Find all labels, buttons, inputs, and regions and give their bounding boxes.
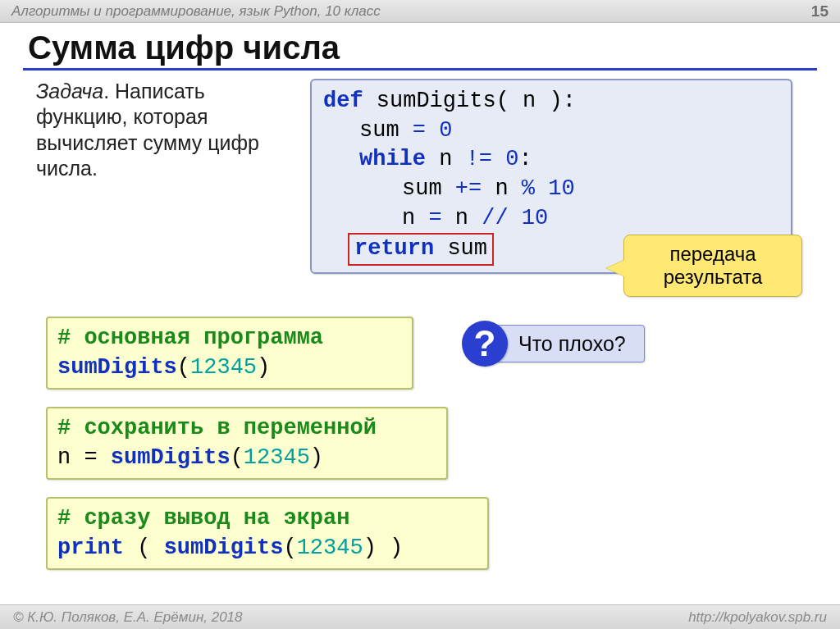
yb1-comment: # основная программа [57,323,402,353]
yb2-pre: n = [57,445,111,470]
c4a: sum [402,176,442,201]
yb3-n: 12345 [297,536,363,560]
c4b: += [455,176,482,201]
question-mark-icon: ? [462,321,508,367]
code-sig: sumDigits( n ): [363,89,576,113]
copyright: © К.Ю. Поляков, Е.А. Ерёмин, 2018 [13,609,243,626]
task-label: Задача [36,80,103,103]
c3b: n [426,147,452,171]
c3e: : [518,147,532,171]
task-text: Задача. Написать функцию, которая вычисл… [36,79,290,181]
c5c: n [455,206,468,230]
c2b: = [413,118,426,143]
course-label: Алгоритмы и программирование, язык Pytho… [11,3,381,20]
kw-while: while [359,147,426,171]
question-text: Что плохо? [496,325,645,362]
yb2-p1: ( [231,445,244,470]
c5a: n [402,206,415,230]
callout-result: передача результата [623,235,802,297]
c2c: 0 [439,118,452,143]
yb2-fn: sumDigits [111,445,231,470]
top-bar: Алгоритмы и программирование, язык Pytho… [0,0,840,23]
question-badge: ? Что плохо? [462,321,645,367]
c4d: % [522,176,535,201]
return-box: return sum [348,233,494,266]
yb1-fn: sumDigits [57,355,177,380]
yb3-p1: ( [283,536,296,560]
footer: © К.Ю. Поляков, Е.А. Ерёмин, 2018 http:/… [0,604,840,629]
yb2-p2: ) [310,445,323,470]
code-store: # сохранить в переменной n = sumDigits(1… [46,407,448,480]
c3c: != [466,147,492,171]
code-main: # основная программа sumDigits(12345) [46,317,413,390]
page-title: Сумма цифр числа [0,23,840,68]
yb1-n: 12345 [190,355,257,380]
yb2-comment: # сохранить в переменной [57,413,436,443]
c5e: 10 [522,206,548,230]
code-print: # сразу вывод на экран print ( sumDigits… [46,497,489,570]
yb1-p2: ) [257,355,270,380]
c5b: = [428,206,441,230]
page-number: 15 [811,2,829,21]
c4c: n [495,176,508,201]
callout-text: передача результата [624,243,801,288]
yb3-fn: sumDigits [164,536,284,560]
yb3-sp: ( [124,536,164,560]
yb1-p1: ( [177,355,190,380]
yb3-print: print [57,536,124,560]
c2a: sum [359,118,399,143]
c5d: // [482,206,508,230]
title-rule [23,68,817,71]
kw-return: return [354,236,434,261]
yb3-p2: ) ) [363,536,404,560]
yb2-n: 12345 [244,445,310,470]
yb3-comment: # сразу вывод на экран [57,504,477,533]
c3d: 0 [505,147,518,171]
c6b: sum [434,236,487,261]
footer-url: http://kpolyakov.spb.ru [688,609,827,626]
c4e: 10 [548,176,574,201]
kw-def: def [323,89,363,113]
